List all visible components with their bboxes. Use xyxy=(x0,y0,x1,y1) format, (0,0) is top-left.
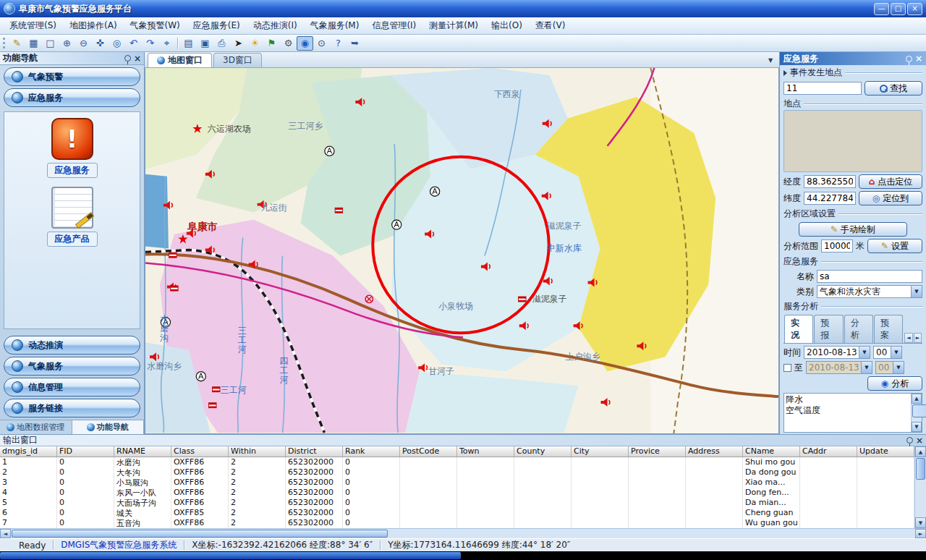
menu-item-8[interactable]: 测量计算(M) xyxy=(422,17,485,35)
print-icon[interactable]: ⎙ xyxy=(213,36,230,51)
flag-marker[interactable] xyxy=(519,297,526,302)
flag-marker[interactable] xyxy=(169,253,177,258)
flag-marker[interactable] xyxy=(171,286,178,291)
scroll-up-icon[interactable] xyxy=(912,394,922,404)
menu-item-1[interactable]: 系统管理(S) xyxy=(3,17,63,35)
pin-icon[interactable] xyxy=(906,56,912,62)
dropdown-arrow-icon[interactable] xyxy=(893,362,904,373)
circled-a-marker[interactable] xyxy=(325,146,334,156)
date-select[interactable]: 2010-08-13 xyxy=(804,346,870,359)
analysis-tab-3[interactable]: 分析 xyxy=(844,315,873,343)
column-header-FID[interactable]: FID xyxy=(57,446,114,457)
list-scrollbar[interactable] xyxy=(911,394,922,432)
column-header-RNAME[interactable]: RNAME xyxy=(114,446,171,457)
place-result-list[interactable] xyxy=(783,110,922,172)
flag-marker[interactable] xyxy=(213,387,220,392)
column-header-PostCode[interactable]: PostCode xyxy=(400,446,457,457)
analyze-button[interactable]: 分析 xyxy=(867,376,922,391)
close-icon[interactable] xyxy=(134,54,141,64)
zoom-out-icon[interactable]: ⊖ xyxy=(75,36,92,51)
column-header-District[interactable]: District xyxy=(286,446,343,457)
nav-button-bottom-2[interactable]: 气象服务 xyxy=(4,357,140,376)
pin-icon[interactable] xyxy=(906,437,913,444)
analysis-tab-1[interactable]: 实况 xyxy=(784,315,813,343)
column-header-Address[interactable]: Address xyxy=(686,446,743,457)
hotlink-flag-icon[interactable]: ⚑ xyxy=(263,36,280,51)
table-row[interactable]: 40东风一小队OXFF8626523020000Dong fen... xyxy=(0,488,914,498)
table-row[interactable]: 70五音沟OXFF8626523020000Wu guan gou xyxy=(0,518,914,528)
range-set-button[interactable]: 设置 xyxy=(867,239,922,253)
minimize-button[interactable]: — xyxy=(874,3,889,15)
dropdown-arrow-icon[interactable] xyxy=(911,286,922,297)
tab-3d-window[interactable]: 3D窗口 xyxy=(213,53,262,67)
close-icon[interactable] xyxy=(915,54,922,64)
column-header-Class[interactable]: Class xyxy=(171,446,229,457)
latitude-input[interactable] xyxy=(804,192,856,205)
full-extent-icon[interactable]: ◎ xyxy=(109,36,125,51)
circled-a-marker[interactable] xyxy=(392,220,402,229)
scroll-right-icon[interactable] xyxy=(915,529,926,538)
flag-marker[interactable] xyxy=(335,208,342,213)
pin-icon[interactable] xyxy=(124,55,131,61)
tab-scroll-left-icon[interactable] xyxy=(904,333,912,343)
column-header-Update[interactable]: Update xyxy=(857,446,914,457)
scroll-up-icon[interactable] xyxy=(915,446,926,457)
menu-item-6[interactable]: 气象服务(M) xyxy=(304,17,366,35)
menu-item-3[interactable]: 气象预警(W) xyxy=(124,17,187,35)
column-header-City[interactable]: City xyxy=(572,446,629,457)
nav-tab-2[interactable]: 功能导航 xyxy=(72,420,145,434)
settings-gear-icon[interactable]: ⚙ xyxy=(280,36,297,51)
table-row[interactable]: 20大冬沟OXFF8626523020000Da dong gou xyxy=(0,467,914,478)
scroll-thumb[interactable] xyxy=(916,458,925,480)
dropdown-arrow-icon[interactable] xyxy=(861,362,872,373)
menu-item-4[interactable]: 应急服务(E) xyxy=(187,17,247,35)
select-box-icon[interactable]: □ xyxy=(42,36,59,51)
next-view-icon[interactable]: ↷ xyxy=(142,36,158,51)
scroll-down-icon[interactable] xyxy=(915,517,926,528)
analysis-tab-2[interactable]: 预报 xyxy=(814,315,843,343)
scroll-thumb[interactable] xyxy=(12,530,388,538)
export-icon[interactable]: ➥ xyxy=(347,36,363,51)
service-globe-icon[interactable]: ◉ xyxy=(297,36,313,51)
analysis-range-input[interactable] xyxy=(821,239,853,253)
column-header-Within[interactable]: Within xyxy=(229,446,286,457)
nav-button-bottom-4[interactable]: 服务链接 xyxy=(4,399,140,417)
edit-pencil-icon[interactable]: ✎ xyxy=(9,36,25,51)
tab-map-window[interactable]: 地图窗口 xyxy=(148,53,212,67)
table-row[interactable]: 60城关OXFF8526523020000Cheng guan xyxy=(0,508,914,518)
weather-list-item[interactable]: 降水 xyxy=(786,394,909,405)
column-header-dmgis_id[interactable]: dmgis_id xyxy=(0,446,57,457)
column-header-Town[interactable]: Town xyxy=(457,446,514,457)
service-type-select[interactable]: 气象和洪水灾害 xyxy=(817,285,922,298)
previous-view-icon[interactable]: ↶ xyxy=(125,36,142,51)
menu-item-5[interactable]: 动态推演(I) xyxy=(247,17,304,35)
nav-card-document[interactable]: 应急产品 xyxy=(29,187,116,247)
nav-button-top-2[interactable]: 应急服务 xyxy=(4,88,140,107)
nav-button-top-1[interactable]: 气象预警 xyxy=(4,67,140,86)
help-icon[interactable]: ? xyxy=(330,36,347,51)
nav-button-bottom-3[interactable]: 信息管理 xyxy=(4,378,140,396)
analysis-tab-4[interactable]: 预案 xyxy=(874,315,903,343)
circled-a-marker[interactable] xyxy=(430,187,440,196)
map-image-icon[interactable]: ▣ xyxy=(197,36,213,51)
end-date-select[interactable]: 2010-08-13 xyxy=(806,361,872,374)
column-header-CName[interactable]: CName xyxy=(743,446,800,457)
dropdown-arrow-icon[interactable] xyxy=(859,347,870,358)
manual-draw-button[interactable]: 手动绘制 xyxy=(799,222,907,237)
column-header-County[interactable]: County xyxy=(514,446,572,457)
nav-button-bottom-1[interactable]: 动态推演 xyxy=(4,336,140,355)
tab-scroll-right-icon[interactable] xyxy=(914,333,922,343)
nav-card-alarm[interactable]: !应急服务 xyxy=(29,118,116,178)
menu-item-10[interactable]: 查看(V) xyxy=(529,17,572,35)
select-features-icon[interactable]: ▦ xyxy=(25,36,42,51)
menu-item-2[interactable]: 地图操作(A) xyxy=(63,17,124,35)
menu-item-9[interactable]: 输出(O) xyxy=(485,17,529,35)
nav-tab-1[interactable]: 地图数据管理 xyxy=(0,420,72,434)
flag-marker[interactable] xyxy=(209,403,216,408)
end-hour-select[interactable]: 00 xyxy=(875,361,904,374)
column-header-Provice[interactable]: Provice xyxy=(629,446,686,457)
search-button[interactable]: 查找 xyxy=(865,81,922,96)
to-checkbox[interactable] xyxy=(783,364,791,372)
locate-to-button[interactable]: 定位到 xyxy=(859,191,922,205)
close-button[interactable]: × xyxy=(907,3,922,15)
